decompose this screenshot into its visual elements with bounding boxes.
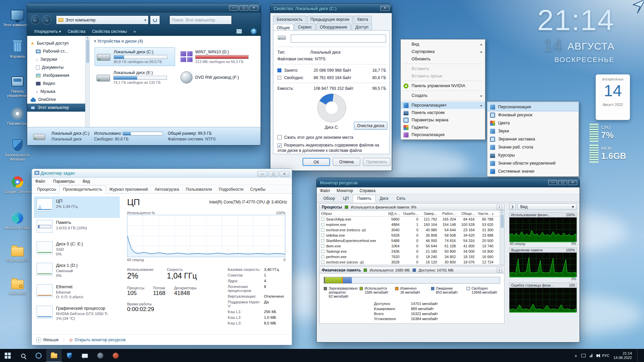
sidebar-item-documents[interactable]: Документы: [27, 63, 85, 71]
tab-cpu[interactable]: ЦП: [339, 195, 353, 202]
perf-item-disk0[interactable]: Диск 0 (C: E:)SSD0%: [34, 239, 120, 261]
tab-security[interactable]: Безопасность: [273, 16, 306, 23]
close-button[interactable]: ✕: [380, 6, 389, 11]
collapse-button[interactable]: ∧: [497, 205, 502, 209]
perf-item-gpu[interactable]: Графический процессорNVIDIA GeForce GTX …: [34, 304, 120, 325]
drive-tile-d[interactable]: WIN7_WIN10 (D:) 213 МБ свободно из 56,3 …: [179, 47, 260, 66]
properties-titlebar[interactable]: Свойства: Локальный диск (C:) ✕: [270, 4, 392, 13]
disk-cleanup-button[interactable]: Очистка диска: [354, 122, 387, 130]
tab-startup[interactable]: Автозагрузка: [151, 186, 182, 193]
taskbar-defender[interactable]: [62, 349, 77, 362]
drive-tile-c[interactable]: Локальный диск (C:) 80,8 ГБ свободно из …: [95, 47, 175, 66]
menu-item-gadgets[interactable]: Гаджеты: [401, 124, 485, 131]
compress-checkbox[interactable]: Сжать этот диск для экономии места: [277, 135, 353, 140]
process-row[interactable]: svchost.exe (netsvcs -p)3040040 98054 64…: [320, 227, 500, 233]
sidebar-item-onedrive[interactable]: OneDrive: [27, 96, 85, 104]
tray-volume-icon[interactable]: [596, 354, 598, 357]
process-row[interactable]: SearchApp.exe58600121 792165 20484 41680…: [320, 217, 500, 222]
organize-button[interactable]: Упорядочить ▾: [34, 29, 61, 34]
index-checkbox[interactable]: ✓Разрешить индексировать содержимое файл…: [277, 142, 387, 153]
tab-network[interactable]: Сеть: [392, 195, 410, 202]
checkbox-icon[interactable]: [321, 244, 324, 248]
taskbar-app-1[interactable]: [93, 349, 108, 362]
sidebar-scrollbar[interactable]: ▴: [85, 36, 90, 127]
volume-label-input[interactable]: [291, 35, 386, 43]
tab-sharing[interactable]: Доступ: [352, 23, 372, 31]
menu-options[interactable]: Параметры: [53, 179, 75, 184]
system-properties-button[interactable]: Свойства системы: [92, 29, 127, 34]
process-table-header[interactable]: Образ ИД п... Ошибо... Завер... Рабоч...…: [320, 210, 500, 217]
open-resource-monitor-link[interactable]: ◎Открыть монитор ресурсов: [69, 338, 125, 342]
perf-item-disk1[interactable]: Диск 1 (D:)Сменный0%: [34, 261, 120, 282]
desktop-icon-chrome[interactable]: Google Chrome: [2, 174, 33, 194]
tab-disk[interactable]: Диск: [376, 195, 392, 202]
tab-users[interactable]: Пользователи: [182, 186, 215, 193]
sidebar-item-videos[interactable]: Видео: [27, 79, 85, 87]
menu-item-refresh[interactable]: Обновить: [401, 55, 485, 63]
checkbox-icon[interactable]: [321, 255, 324, 258]
tray-display-icon[interactable]: [581, 354, 586, 357]
tab-performance[interactable]: Производительность: [59, 185, 106, 194]
search-input[interactable]: Поиск: Этот компьютер: [169, 15, 232, 24]
process-row[interactable]: Taskmgr.exe2436021 18050 80034 00016 800: [320, 249, 500, 254]
perf-item-cpu[interactable]: ЦП2% 1,04 ГГц: [34, 196, 120, 218]
drive-tile-e[interactable]: Локальный диск (E:) 74,1 ГБ свободно из …: [95, 68, 175, 87]
maximize-button[interactable]: ▢: [239, 5, 248, 10]
checkbox-icon[interactable]: [321, 228, 324, 232]
tab-previous-versions[interactable]: Предыдущие версии: [307, 16, 353, 23]
maximize-button[interactable]: ▢: [558, 180, 567, 185]
tab-memory[interactable]: Память: [353, 195, 376, 202]
menu-view[interactable]: Вид: [83, 179, 90, 184]
menu-item-nvidia-control-panel[interactable]: Панель управления NVIDIA: [401, 82, 485, 89]
minimize-button[interactable]: —: [548, 180, 557, 185]
menu-item-settings-panel[interactable]: Панель настроек: [401, 109, 485, 116]
submenu-item-screensaver[interactable]: Экранная заставка: [487, 135, 579, 143]
taskbar-file-explorer[interactable]: [46, 349, 62, 362]
close-button[interactable]: ✕: [568, 180, 577, 185]
menu-file[interactable]: Файл: [35, 179, 45, 184]
group-header[interactable]: ▾ Устройства и диски (4): [94, 39, 143, 44]
process-row[interactable]: sidebar.exe5928036 80858 50834 62023 888: [320, 233, 500, 238]
maximize-button[interactable]: ▢: [268, 171, 278, 177]
close-button[interactable]: ✕: [279, 171, 289, 177]
checkbox-icon[interactable]: [321, 218, 324, 221]
sidebar-item-pictures[interactable]: Изображения: [27, 71, 85, 79]
fewer-details-button[interactable]: ∧Меньше: [36, 337, 59, 343]
taskbar-cortana-button[interactable]: [31, 349, 46, 362]
show-desktop-button[interactable]: [637, 349, 639, 362]
submenu-item-desktop-icons[interactable]: Значки раб. стола: [487, 143, 579, 151]
table-scrollbar[interactable]: ▴: [500, 210, 504, 265]
tab-overview[interactable]: Обзор: [319, 195, 339, 202]
submenu-item-colors[interactable]: Цвета: [487, 119, 579, 127]
help-icon[interactable]: ?: [251, 28, 257, 34]
process-row[interactable]: perfmon.exe7620018 24034 85218 19216 660: [320, 254, 500, 259]
tab-tools[interactable]: Сервис: [294, 23, 315, 31]
tab-app-history[interactable]: Журнал приложений: [106, 186, 151, 193]
tab-services[interactable]: Службы: [247, 186, 269, 193]
tab-quota[interactable]: Квота: [354, 16, 372, 23]
menu-item-paste[interactable]: Вставить: [401, 65, 485, 72]
submenu-item-notification-icons[interactable]: Значки области уведомлений: [487, 159, 579, 167]
collapse-button[interactable]: ∧: [497, 268, 502, 273]
checkbox-icon[interactable]: [321, 223, 324, 226]
sidebar-item-downloads[interactable]: ↓Загрузки: [27, 55, 85, 63]
checkbox-icon[interactable]: [321, 250, 324, 253]
menu-item-sort[interactable]: Сортировка▸: [401, 48, 485, 55]
desktop-icon-patches-fix[interactable]: Patches_FIX: [2, 243, 33, 263]
perf-item-ethernet[interactable]: EthernetEthernetО: 0 П: 0 кбит/с: [34, 282, 120, 304]
tab-processes[interactable]: Процессы: [34, 186, 59, 193]
system-meter-gadget[interactable]: CPU 7% MEM 1.6GB: [590, 123, 633, 174]
back-button[interactable]: ←: [31, 15, 40, 24]
process-row[interactable]: svchost.exe (utcsvc -p)3528016 12030 800…: [320, 259, 500, 265]
process-row[interactable]: dwm.exe1064056 64461 10841 80019 740: [320, 243, 500, 249]
sidebar-item-this-pc[interactable]: Этот компьютер: [27, 104, 85, 112]
minimize-button[interactable]: —: [257, 171, 267, 177]
submenu-item-background[interactable]: Фоновый рисунок: [487, 111, 579, 119]
forward-button[interactable]: →: [42, 15, 51, 24]
minimize-button[interactable]: —: [229, 5, 238, 10]
view-toggle-icon[interactable]: [236, 29, 242, 34]
clock-gadget[interactable]: 21:14 14 АВГУСТА ВОСКРЕСЕНЬЕ: [537, 5, 614, 64]
tab-hardware[interactable]: Оборудование: [316, 23, 351, 31]
process-row[interactable]: explorer.exe48841150 164154 148100 52853…: [320, 222, 500, 227]
menu-help[interactable]: Справка: [360, 188, 375, 193]
